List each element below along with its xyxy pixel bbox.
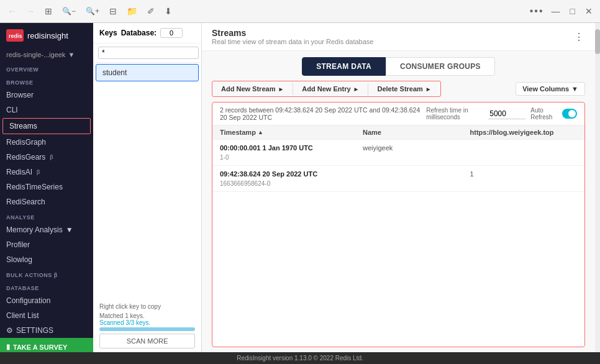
- sidebar-bottom: ⚙ SETTINGS ▮ TAKE A SURVEY: [0, 323, 93, 352]
- add-new-stream-button[interactable]: Add New Stream ►: [214, 83, 291, 95]
- scan-progress-bar: [99, 327, 195, 331]
- sidebar-item-settings[interactable]: ⚙ SETTINGS: [0, 323, 93, 338]
- database-section: DATABASE: [0, 280, 93, 293]
- keys-footer: Right click key to copy Matched 1 keys. …: [93, 299, 201, 352]
- view-columns-button[interactable]: View Columns ▼: [516, 82, 585, 96]
- stream-data-area: 2 records between 09:42:38.624 20 Sep 20…: [212, 102, 585, 347]
- connection-name: redis-single-...igeek: [6, 51, 65, 58]
- nav-download[interactable]: ⬇: [162, 5, 175, 17]
- database-label: Database:: [121, 29, 157, 37]
- nav-grid[interactable]: ⊞: [42, 5, 55, 17]
- stream-toolbar: Add New Stream ► Add New Entry ► Delete …: [202, 76, 595, 102]
- refresh-label: Refresh time in milliseconds: [426, 107, 483, 121]
- bulk-actions-section: BULK ACTIONS β: [0, 267, 93, 280]
- delete-stream-button[interactable]: Delete Stream ►: [370, 83, 439, 95]
- table-row[interactable]: 00:00:00.001 1 Jan 1970 UTC 1-0 weiyigee…: [212, 140, 584, 166]
- toolbar-separator-2: [368, 83, 368, 95]
- main-content: Keys Database: 🔍 ↻ student Right click k…: [93, 23, 600, 352]
- keys-header-left: Keys Database:: [99, 28, 183, 38]
- sidebar-item-configuration[interactable]: Configuration: [0, 293, 93, 308]
- auto-refresh-toggle[interactable]: [562, 109, 577, 119]
- scanned-keys: Scanned 3/3 keys.: [99, 319, 195, 326]
- stream-subtitle: Real time view of stream data in your Re…: [212, 38, 373, 45]
- connection-selector[interactable]: redis-single-...igeek ▼: [0, 48, 93, 61]
- scrollbar-thumb[interactable]: [595, 29, 600, 54]
- gear-icon: ⚙: [6, 326, 13, 335]
- sidebar-item-cli[interactable]: CLI: [0, 102, 93, 117]
- sidebar-item-streams[interactable]: Streams: [2, 118, 91, 134]
- scan-more-button[interactable]: SCAN MORE: [99, 334, 195, 348]
- sidebar-item-slowlog[interactable]: Slowlog: [0, 252, 93, 267]
- nav-folder[interactable]: 📁: [124, 5, 140, 17]
- database-input[interactable]: [160, 28, 183, 38]
- table-header: Timestamp ▲ Name https://blog.weiyigeek.…: [212, 125, 584, 140]
- logo-text: redisinsight: [27, 31, 68, 40]
- auto-refresh-label: Auto Refresh: [530, 107, 557, 121]
- nav-back[interactable]: ←: [5, 5, 19, 17]
- cell-name-1: weiyigeek: [363, 143, 470, 162]
- app: redis redisinsight redis-single-...igeek…: [0, 23, 600, 352]
- sidebar-item-redisgears[interactable]: RedisGears β: [0, 150, 93, 165]
- search-input[interactable]: [98, 47, 199, 59]
- nav-zoom-in[interactable]: 🔍+: [83, 6, 102, 17]
- cell-url-2: 1: [470, 169, 578, 188]
- add-stream-arrow-icon: ►: [278, 86, 284, 93]
- sort-asc-icon[interactable]: ▲: [258, 129, 263, 135]
- nav-view[interactable]: ⊟: [107, 5, 119, 17]
- browse-section: BROWSE: [0, 75, 93, 88]
- sidebar-item-memory-analysis[interactable]: Memory Analysis ▼: [0, 222, 93, 237]
- stream-header: Streams Real time view of stream data in…: [202, 23, 595, 51]
- svg-text:redis: redis: [9, 33, 22, 39]
- refresh-control: Refresh time in milliseconds Auto Refres…: [426, 107, 577, 121]
- sidebar-item-browser[interactable]: Browser: [0, 88, 93, 102]
- connection-chevron-icon: ▼: [68, 51, 75, 58]
- sidebar-item-redisai[interactable]: RedisAI β: [0, 165, 93, 180]
- delete-arrow-icon: ►: [425, 86, 432, 93]
- cell-name-2: [363, 169, 470, 188]
- right-click-hint: Right click key to copy: [99, 303, 195, 310]
- status-text: RedisInsight version 1.13.0 © 2022 Redis…: [237, 355, 363, 362]
- keys-header: Keys Database:: [93, 23, 201, 43]
- keys-panel: Keys Database: 🔍 ↻ student Right click k…: [93, 23, 202, 352]
- more-options-button[interactable]: •••: [530, 6, 544, 17]
- toolbar-actions: Add New Stream ► Add New Entry ► Delete …: [212, 81, 441, 97]
- vertical-scrollbar[interactable]: [595, 23, 600, 352]
- close-button[interactable]: ✕: [583, 5, 595, 17]
- status-bar: RedisInsight version 1.13.0 © 2022 Redis…: [0, 352, 600, 364]
- browser-nav: ← → ⊞ 🔍− 🔍+ ⊟ 📁 ✐ ⬇ ••• — □ ✕: [0, 0, 600, 22]
- sidebar-item-redistimeseries[interactable]: RedisTimeSeries: [0, 180, 93, 194]
- add-entry-arrow-icon: ►: [353, 86, 360, 93]
- sidebar-item-redisearch[interactable]: RediSearch: [0, 194, 93, 209]
- view-columns-chevron-icon: ▼: [571, 85, 578, 93]
- sidebar-item-profiler[interactable]: Profiler: [0, 237, 93, 252]
- header-more-icon[interactable]: ⋮: [574, 31, 585, 43]
- nav-forward[interactable]: →: [24, 5, 37, 17]
- tab-stream-data[interactable]: STREAM DATA: [302, 57, 386, 76]
- cell-url-1: [470, 143, 578, 162]
- sidebar: redis redisinsight redis-single-...igeek…: [0, 23, 93, 352]
- nav-edit[interactable]: ✐: [145, 5, 157, 17]
- refresh-input[interactable]: [488, 109, 525, 119]
- tab-consumer-groups[interactable]: CONSUMER GROUPS: [386, 57, 495, 76]
- nav-zoom-out[interactable]: 🔍−: [60, 6, 78, 17]
- data-info-row: 2 records between 09:42:38.624 20 Sep 20…: [212, 102, 584, 125]
- keys-list-empty: [93, 83, 201, 299]
- cell-timestamp-2: 09:42:38.624 20 Sep 2022 UTC 16636669586…: [220, 169, 363, 188]
- toolbar-separator-1: [293, 83, 293, 95]
- minimize-button[interactable]: —: [549, 5, 563, 17]
- cell-timestamp-1: 00:00:00.001 1 Jan 1970 UTC 1-0: [220, 143, 363, 162]
- data-table: Timestamp ▲ Name https://blog.weiyigeek.…: [212, 125, 584, 347]
- browser-chrome: ← → ⊞ 🔍− 🔍+ ⊟ 📁 ✐ ⬇ ••• — □ ✕: [0, 0, 600, 23]
- take-survey-button[interactable]: ▮ TAKE A SURVEY: [0, 338, 93, 352]
- overview-section: OVERVIEW: [0, 61, 93, 75]
- memory-analysis-arrow-icon: ▼: [66, 225, 73, 234]
- sidebar-item-redisgraph[interactable]: RedisGraph: [0, 135, 93, 150]
- key-item-student[interactable]: student: [96, 64, 199, 81]
- stream-tabs: STREAM DATA CONSUMER GROUPS: [202, 51, 595, 76]
- sidebar-item-client-list[interactable]: Client List: [0, 308, 93, 323]
- table-row[interactable]: 09:42:38.624 20 Sep 2022 UTC 16636669586…: [212, 166, 584, 192]
- col-timestamp: Timestamp ▲: [220, 129, 363, 136]
- matched-keys: Matched 1 keys.: [99, 312, 195, 319]
- maximize-button[interactable]: □: [568, 5, 578, 17]
- add-new-entry-button[interactable]: Add New Entry ►: [294, 83, 366, 95]
